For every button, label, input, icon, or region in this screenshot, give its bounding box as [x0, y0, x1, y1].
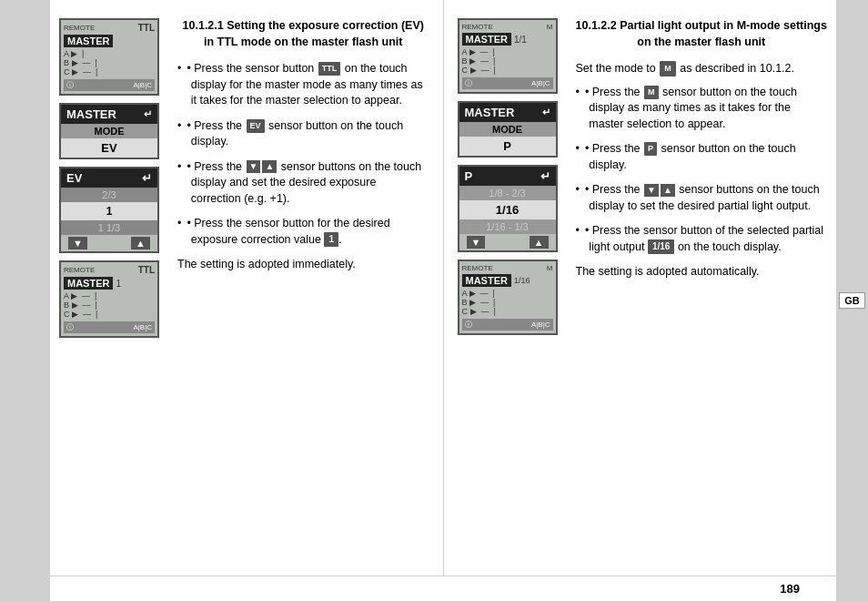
r-group-a: A ▶ — | [462, 47, 553, 56]
group-a-row: A ▶ | [64, 49, 155, 58]
master-box: MASTER [64, 35, 113, 47]
r-bullet-2-text: Press the P sensor button on the touch d… [589, 141, 827, 173]
right-column: REMOTE M MASTER 1/1 A ▶ — | B ▶ — | C ▶ … [444, 0, 837, 576]
r-arrow-icon-2: ↵ [542, 107, 550, 118]
lcd-screen-2: MASTER ↵ MODE EV [59, 103, 159, 159]
ev-header: EV ↵ [61, 168, 157, 188]
left-column: REMOTE TTL MASTER A ▶ | B ▶ — | C ▶ — | [50, 0, 444, 576]
r-group-c: C ▶ — | [462, 66, 553, 75]
lcd-bottom-bar: ⓘ A|B|C [64, 79, 155, 91]
r-po-header: P ↵ [459, 167, 556, 186]
r-remote-label: REMOTE [462, 23, 493, 31]
master-val-4: 1 [116, 279, 121, 289]
bullet-1-text: Press the sensor button TTL on the touch… [191, 61, 429, 109]
content-area: REMOTE TTL MASTER A ▶ | B ▶ — | C ▶ — | [50, 0, 836, 576]
group-b-row-4: B ▶ — | [64, 300, 155, 310]
r-abc-label: A|B|C [531, 79, 550, 87]
right-plain-text: The setting is adopted automatically. [576, 264, 828, 280]
lcd-r-screen-3: P ↵ 1/8 - 2/3 1/16 1/16 - 1/3 ▼ ▲ [458, 165, 558, 252]
master-box-4: MASTER [64, 277, 113, 290]
bullet-3b-text: Press the sensor button for the desired … [191, 216, 429, 248]
ttl-label-4: TTL [138, 265, 155, 275]
ev-row2: 1 [61, 202, 157, 220]
r-lcd-groups: A ▶ — | B ▶ — | C ▶ — | [462, 47, 553, 75]
right-sidebar: GB [836, 0, 868, 601]
r-master-box: MASTER [462, 33, 511, 46]
r-mode-row: MODE [459, 122, 556, 137]
right-section-title: 10.1.2.2 Partial light output in M-mode … [576, 18, 828, 50]
r-lcd-bottom-4: ⓘ A|B|C [462, 319, 553, 331]
left-screens: REMOTE TTL MASTER A ▶ | B ▶ — | C ▶ — | [59, 18, 168, 566]
page-container: REMOTE TTL MASTER A ▶ | B ▶ — | C ▶ — | [0, 0, 868, 601]
r-group-c-4: C ▶ — | [462, 307, 553, 316]
r-p-val-row: P [459, 137, 556, 156]
ev-row1: 2/3 [61, 188, 157, 202]
r-up-arrow-badge: ▲ [661, 184, 675, 197]
r-bullet-2: • Press the P sensor button on the touch… [576, 141, 828, 173]
remote-label: REMOTE [64, 24, 95, 32]
lcd-r-screen-2: MASTER ↵ MODE P [458, 101, 558, 158]
r-bullet-1: • Press the M sensor button on the touch… [576, 85, 828, 133]
r-1-16-badge: 1/16 [648, 239, 674, 254]
bullet-1: • Press the sensor button TTL on the tou… [177, 61, 429, 109]
remote-label-4: REMOTE [64, 266, 95, 274]
master-mode-header: MASTER ↵ [61, 105, 157, 124]
r-master-val: 1/1 [514, 35, 527, 45]
bullet-2: • Press the EV sensor button on the touc… [177, 118, 429, 150]
r-bullet-4: • Press the sensor button of the selecte… [576, 223, 828, 255]
r-bullet-3: • Press the ▼▲ sensor buttons on the tou… [576, 182, 828, 214]
arrow-icon-3: ↵ [142, 171, 152, 185]
ttl-label: TTL [138, 23, 155, 33]
r-group-b-4: B ▶ — | [462, 298, 553, 307]
up-arrow-btn[interactable]: ▲ [131, 237, 150, 250]
group-c-row-4: C ▶ — | [64, 310, 155, 319]
left-plain-text: The setting is adopted immediately. [177, 257, 429, 273]
group-b-row: B ▶ — | [64, 58, 155, 67]
r-up-arrow-btn[interactable]: ▲ [530, 236, 549, 249]
page-number-bar: 189 [50, 576, 836, 601]
r-abc-label-4: A|B|C [531, 321, 550, 329]
master-label-2: MASTER [66, 107, 116, 121]
mode-row: MODE [61, 124, 157, 138]
ev-row3: 1 1/3 [61, 220, 157, 235]
r-lcd-groups-4: A ▶ — | B ▶ — | C ▶ — | [462, 289, 553, 316]
r-bullet-1-text: Press the M sensor button on the touch d… [589, 85, 827, 133]
left-section-title: 10.1.2.1 Setting the exposure correction… [177, 18, 429, 50]
r-master-box-4: MASTER [462, 274, 511, 287]
down-arrow-badge: ▼ [247, 160, 261, 173]
group-a-row-4: A ▶ — | [64, 291, 155, 300]
r-p-title: P [465, 169, 473, 183]
ev-val-row: EV [61, 138, 157, 158]
ev-title: EV [66, 171, 82, 185]
r-m-badge: M [644, 86, 659, 99]
lcd-bottom-bar-4: ⓘ A|B|C [64, 321, 155, 333]
bullet-3a-text: Press the ▼▲ sensor buttons on the touch… [191, 159, 429, 208]
r-down-arrow-btn[interactable]: ▼ [467, 236, 486, 249]
lcd-r-screen-4: REMOTE M MASTER 1/16 A ▶ — | B ▶ — | C ▶… [458, 260, 558, 335]
down-arrow-btn[interactable]: ▼ [68, 237, 87, 250]
lcd-screen-3: EV ↵ 2/3 1 1 1/3 ▼ ▲ [59, 167, 159, 253]
r-po-row1: 1/8 - 2/3 [459, 186, 556, 200]
r-lcd-bottom: ⓘ A|B|C [462, 77, 553, 89]
r-remote-label-4: REMOTE [462, 264, 493, 272]
lcd-r-screen-1: REMOTE M MASTER 1/1 A ▶ — | B ▶ — | C ▶ … [458, 18, 558, 94]
ev-arrows: ▼ ▲ [61, 235, 157, 251]
r-p-badge: P [644, 142, 657, 156]
abc-label-4: A|B|C [133, 323, 152, 331]
r-po-arrows: ▼ ▲ [459, 234, 556, 250]
r-info-icon-4: ⓘ [465, 320, 472, 330]
right-intro: Set the mode to M as described in 10.1.2… [576, 61, 828, 77]
r-mode-label: M [547, 23, 553, 31]
r-po-val: 1/16 [459, 200, 556, 219]
r-po-row2: 1/16 - 1/3 [459, 219, 556, 234]
main-content: REMOTE TTL MASTER A ▶ | B ▶ — | C ▶ — | [50, 0, 836, 601]
r-master-mode-header: MASTER ↵ [459, 103, 556, 122]
r-group-b: B ▶ — | [462, 56, 553, 66]
right-text: 10.1.2.2 Partial light output in M-mode … [576, 18, 828, 566]
ttl-badge: TTL [318, 62, 341, 76]
r-info-icon: ⓘ [465, 78, 472, 88]
page-number: 189 [780, 582, 800, 596]
group-c-row: C ▶ — | [64, 67, 155, 76]
r-master-label-2: MASTER [465, 106, 515, 119]
gb-badge: GB [839, 292, 865, 309]
